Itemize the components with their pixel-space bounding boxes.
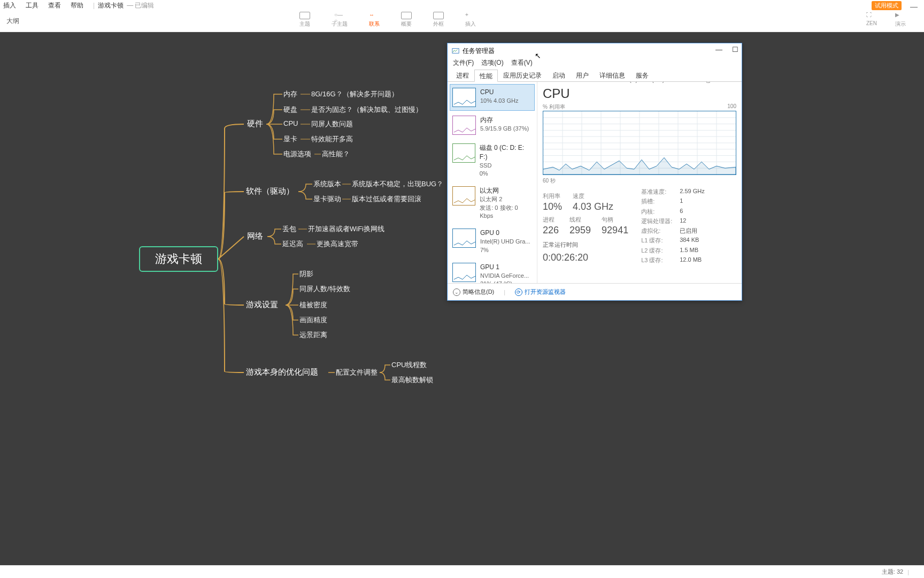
thumb-icon: [452, 116, 476, 135]
spec-label: L3 缓存:: [641, 256, 672, 265]
node-software[interactable]: 软件（驱动）: [245, 186, 295, 196]
thumb-icon: [452, 229, 476, 248]
menu-view[interactable]: 查看: [48, 1, 61, 10]
tool-zen[interactable]: ⛶ZEN: [866, 12, 877, 28]
stat-label: 线程: [569, 216, 591, 224]
leaf-desc: 系统版本不稳定，出现BUG？: [352, 179, 443, 189]
leaf-desc: 开加速器或者WiFi换网线: [308, 224, 384, 234]
leaf[interactable]: 同屏人数/特效数: [299, 284, 350, 294]
spec-grid: 基准速度:2.59 GHz插槽:1内核:6逻辑处理器:12虚拟化:已启用L1 缓…: [641, 188, 705, 265]
task-manager-window[interactable]: 任务管理器 — ☐ 文件(F) 选项(O) 查看(V) 进程 性能 应用历史记录…: [447, 43, 742, 301]
tool-subtopic[interactable]: ○—○子主题: [332, 12, 348, 28]
leaf-desc: 特效能开多高: [311, 134, 353, 144]
top-menu-bar: 插入 工具 查看 帮助 | 游戏卡顿 — 已编辑: [0, 0, 924, 11]
tm-open-monitor[interactable]: ⟳打开资源监视器: [515, 288, 566, 296]
leaf[interactable]: 电源选项: [283, 149, 311, 159]
node-network[interactable]: 网络: [246, 231, 264, 241]
tm-tab-details[interactable]: 详细信息: [594, 69, 630, 81]
spec-value: 12: [680, 217, 704, 226]
leaf[interactable]: 显卡: [283, 134, 297, 144]
leaf-desc: 高性能？: [322, 149, 350, 159]
spec-label: 虚拟化:: [641, 227, 672, 235]
leaf[interactable]: 阴影: [299, 269, 313, 279]
tm-tab-services[interactable]: 服务: [630, 69, 654, 81]
tool-relation[interactable]: ↔联系: [369, 12, 380, 28]
leaf[interactable]: 延迟高: [282, 239, 303, 249]
toolbar-right: ⛶ZEN ▶演示: [866, 12, 906, 28]
thumb-icon: [452, 263, 476, 282]
tm-side-内存[interactable]: 内存5.9/15.9 GB (37%): [450, 112, 535, 139]
tm-resource-name: CPU: [543, 86, 570, 101]
leaf[interactable]: 显卡驱动: [313, 194, 341, 204]
leaf[interactable]: 硬盘: [283, 105, 297, 115]
tm-menu-view[interactable]: 查看(V): [511, 58, 533, 69]
tm-brief-toggle[interactable]: ⌄简略信息(D): [453, 288, 494, 296]
stat-value: 92941: [602, 225, 628, 236]
menu-tools[interactable]: 工具: [26, 1, 38, 10]
leaf[interactable]: 内存: [283, 89, 297, 99]
stat-label: 句柄: [602, 216, 628, 224]
tool-present[interactable]: ▶演示: [895, 12, 906, 28]
spec-value: 1.5 MB: [680, 247, 704, 255]
stat-value: 4.03 GHz: [573, 201, 613, 212]
app-minimize[interactable]: —: [910, 2, 918, 11]
tool-insert[interactable]: +插入: [465, 12, 476, 28]
tool-boundary[interactable]: 外框: [433, 12, 444, 28]
tm-side-以太网[interactable]: 以太网以太网 2 发送: 0 接收: 0 Kbps: [450, 182, 535, 224]
tm-tab-history[interactable]: 应用历史记录: [498, 69, 547, 81]
tm-menu-file[interactable]: 文件(F): [453, 58, 474, 69]
outline-toggle[interactable]: 大纲: [6, 17, 19, 26]
tm-side-GPU 0[interactable]: GPU 0Intel(R) UHD Gra... 7%: [450, 225, 535, 258]
tool-topic[interactable]: 主题: [299, 12, 310, 28]
leaf[interactable]: 系统版本: [313, 179, 341, 189]
doc-title: 游戏卡顿: [98, 1, 124, 10]
tm-minimize[interactable]: —: [715, 45, 722, 54]
leaf[interactable]: CPU线程数: [391, 360, 427, 370]
tm-cpu-model: Intel(R) Core(TM) i7-9750H CPU @ 2.60GHz: [618, 82, 736, 83]
spec-value: 2.59 GHz: [680, 188, 704, 196]
axis-label: % 利用率: [543, 103, 565, 111]
leaf[interactable]: 画面精度: [299, 315, 327, 325]
tm-side-GPU 1[interactable]: GPU 1NVIDIA GeForce... 21% (47 °C): [450, 259, 535, 283]
node-game-settings[interactable]: 游戏设置: [245, 300, 279, 310]
tm-titlebar[interactable]: 任务管理器 — ☐: [448, 43, 742, 58]
leaf-desc: 版本过低或者需要回滚: [352, 194, 421, 204]
leaf[interactable]: CPU: [283, 119, 298, 127]
axis-max: 100: [727, 103, 736, 111]
menu-help[interactable]: 帮助: [71, 1, 83, 10]
tool-summary[interactable]: 概要: [401, 12, 412, 28]
leaf-desc: 更换高速宽带: [317, 239, 358, 249]
svg-rect-0: [452, 49, 459, 54]
stat-value: 2959: [569, 225, 591, 236]
tm-tab-processes[interactable]: 进程: [451, 69, 474, 81]
topic-count: 主题: 32: [882, 568, 903, 576]
leaf[interactable]: 配置文件调整: [336, 368, 378, 377]
spec-value: 1: [680, 197, 704, 206]
spec-label: 内核:: [641, 208, 672, 216]
leaf-desc: 8G/16G？（解决多开问题）: [311, 89, 398, 99]
trial-badge[interactable]: 试用模式: [872, 1, 902, 10]
tm-tabs: 进程 性能 应用历史记录 启动 用户 详细信息 服务: [448, 69, 742, 82]
tm-tab-startup[interactable]: 启动: [547, 69, 571, 81]
tm-side-CPU[interactable]: CPU10% 4.03 GHz: [450, 84, 535, 111]
leaf[interactable]: 植被密度: [299, 300, 327, 310]
spec-value: 6: [680, 208, 704, 216]
stat-value: 10%: [543, 201, 562, 212]
tm-maximize[interactable]: ☐: [732, 45, 738, 54]
spec-label: 逻辑处理器:: [641, 217, 672, 226]
toolbar-center: 主题 ○—○子主题 ↔联系 概要 外框 +插入: [299, 12, 476, 28]
tm-tab-performance[interactable]: 性能: [474, 70, 498, 82]
menu-insert[interactable]: 插入: [3, 1, 16, 10]
node-hardware[interactable]: 硬件: [246, 119, 264, 129]
tm-side-磁盘 0 (C: D: E: F:)[interactable]: 磁盘 0 (C: D: E: F:)SSD 0%: [450, 140, 535, 181]
tm-cpu-chart[interactable]: [543, 111, 736, 175]
node-opt[interactable]: 游戏本身的优化问题: [245, 367, 319, 377]
leaf[interactable]: 最高帧数解锁: [391, 375, 433, 385]
spec-label: L1 缓存:: [641, 237, 672, 245]
thumb-icon: [452, 88, 476, 107]
leaf[interactable]: 远景距离: [299, 330, 327, 340]
tm-menu-options[interactable]: 选项(O): [481, 58, 503, 69]
tm-tab-users[interactable]: 用户: [571, 69, 594, 81]
tm-app-icon: [452, 47, 459, 55]
leaf[interactable]: 丢包: [282, 224, 296, 234]
